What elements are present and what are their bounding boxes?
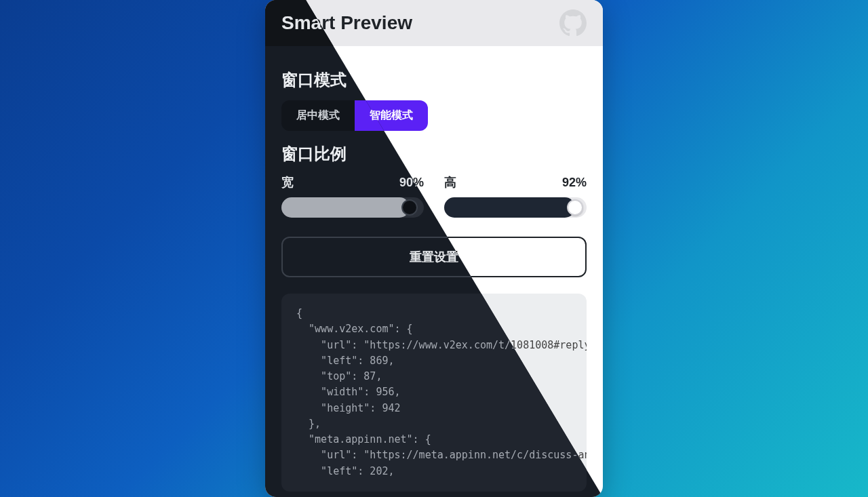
width-slider[interactable] (281, 197, 424, 218)
settings-card: Smart Preview 窗口模式 居中模式 智能模式 窗口比例 宽 90% (265, 0, 603, 497)
github-link[interactable] (559, 9, 587, 37)
tab-center-mode[interactable]: 居中模式 (281, 100, 355, 131)
width-slider-group: 宽 90% (281, 174, 424, 218)
height-label: 高 (444, 174, 456, 191)
github-icon (559, 9, 587, 37)
height-slider[interactable] (444, 197, 587, 218)
width-label: 宽 (281, 174, 294, 191)
height-value: 92% (562, 176, 587, 190)
height-slider-group: 高 92% (444, 174, 587, 218)
